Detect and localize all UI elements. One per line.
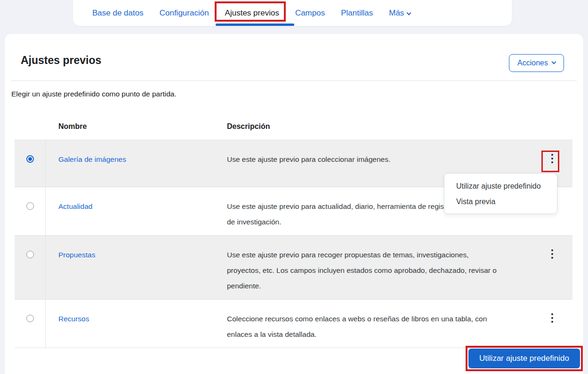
column-header-nombre: Nombre — [46, 122, 227, 131]
divider — [11, 80, 577, 81]
preset-name-link[interactable]: Propuestas — [58, 251, 95, 259]
page-title: Ajustes previos — [21, 54, 101, 67]
kebab-icon — [551, 154, 553, 156]
chevron-down-icon — [552, 59, 556, 64]
tab-base-de-datos[interactable]: Base de datos — [92, 8, 144, 18]
kebab-menu-button[interactable] — [548, 154, 556, 164]
preset-description: Use este ajuste previo para recoger prop… — [227, 236, 532, 299]
context-menu: Utilizar ajuste predefinido Vista previa — [444, 173, 557, 214]
menu-item-vista-previa[interactable]: Vista previa — [444, 194, 557, 209]
kebab-menu-button[interactable] — [548, 313, 556, 324]
table-row: Recursos Coleccione recursos como enlace… — [15, 299, 572, 348]
preset-radio-actualidad[interactable] — [26, 202, 34, 210]
tab-mas[interactable]: Más — [389, 8, 411, 18]
presets-table: Nombre Descripción Galería de imágenes U… — [15, 113, 572, 348]
tab-plantillas[interactable]: Plantillas — [341, 8, 373, 18]
active-tab-underline — [216, 24, 294, 26]
actions-button-label: Acciones — [517, 59, 548, 67]
menu-item-utilizar-ajuste-predefinido[interactable]: Utilizar ajuste predefinido — [444, 178, 557, 194]
preset-radio-galeria[interactable] — [26, 155, 34, 163]
tab-configuracion[interactable]: Configuración — [160, 8, 209, 18]
table-header-row: Nombre Descripción — [15, 113, 572, 140]
tab-ajustes-previos[interactable]: Ajustes previos — [225, 8, 279, 18]
column-header-descripcion: Descripción — [227, 122, 532, 131]
table-row: Propuestas Use este ajuste previo para r… — [15, 235, 572, 299]
preset-name-link[interactable]: Recursos — [58, 315, 89, 323]
preset-radio-recursos[interactable] — [26, 315, 34, 322]
tab-bar: Base de datos Configuración Ajustes prev… — [73, 0, 512, 26]
kebab-icon — [551, 249, 553, 251]
actions-button[interactable]: Acciones — [509, 54, 564, 72]
kebab-menu-button[interactable] — [548, 249, 556, 260]
radio-cell — [15, 140, 46, 187]
preset-radio-propuestas[interactable] — [26, 251, 34, 258]
preset-description: Coleccione recursos como enlaces a webs … — [227, 300, 532, 348]
use-preset-button[interactable]: Utilizar ajuste predefinido — [468, 349, 580, 368]
radio-cell — [15, 187, 46, 235]
radio-cell — [15, 236, 46, 299]
preset-name-link[interactable]: Galería de imágenes — [58, 155, 126, 163]
tab-campos[interactable]: Campos — [295, 8, 325, 18]
intro-text: Elegir un ajuste predefinido como punto … — [11, 90, 177, 98]
kebab-icon — [551, 313, 553, 315]
chevron-down-icon — [407, 10, 411, 15]
preset-name-link[interactable]: Actualidad — [58, 202, 92, 210]
radio-cell — [15, 300, 46, 348]
